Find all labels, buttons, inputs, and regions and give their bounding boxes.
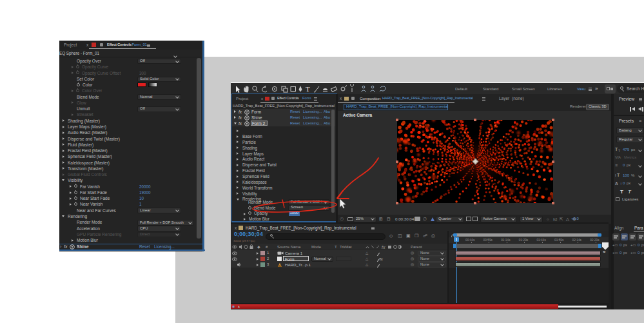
svg-text:fx: fx [382, 245, 385, 250]
svg-text:T: T [306, 85, 310, 93]
